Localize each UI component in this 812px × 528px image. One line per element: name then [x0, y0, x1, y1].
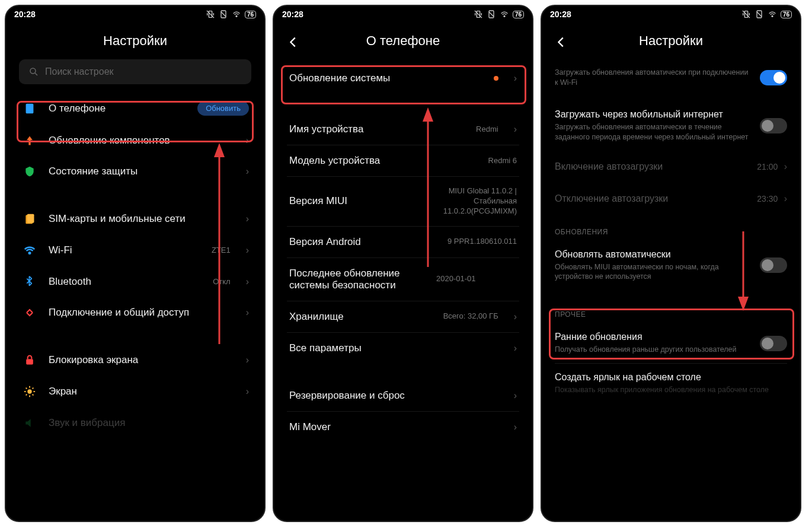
phone-screen-2: 20:28 76 О телефоне Обновление системы ›… [273, 5, 533, 522]
phone-screen-3: 20:28 76 Настройки Загружать обновления … [541, 5, 801, 522]
row-label: Все параметры [289, 342, 498, 354]
wifi-icon [21, 244, 38, 257]
row-label: Обновление системы [289, 72, 483, 84]
row-early-updates[interactable]: Ранние обновления Получать обновления ра… [542, 323, 800, 363]
row-label: Bluetooth [49, 276, 202, 288]
row-subtitle: Обновлять MIUI автоматически по ночам, к… [555, 262, 752, 282]
row-all-specs[interactable]: Все параметры › [274, 333, 532, 364]
row-component-updates[interactable]: Обновление компонентов › [6, 125, 264, 156]
row-label: Wi-Fi [49, 244, 201, 256]
svg-line-21 [26, 395, 27, 396]
status-time: 20:28 [282, 9, 303, 19]
vibrate-icon [206, 9, 215, 19]
chevron-right-icon: › [246, 355, 249, 365]
no-sim-icon [487, 9, 496, 19]
row-security-patch[interactable]: Последнее обновление системы безопасност… [274, 258, 532, 301]
row-auto-update[interactable]: Обновлять автоматически Обновлять MIUI а… [542, 241, 800, 291]
row-mi-mover[interactable]: Mi Mover › [274, 412, 532, 443]
row-security-status[interactable]: Состояние защиты › [6, 156, 264, 187]
svg-line-22 [33, 388, 34, 389]
search-input[interactable]: Поиск настроек [19, 59, 251, 84]
row-storage[interactable]: Хранилище Всего: 32,00 ГБ › [274, 301, 532, 332]
row-device-name[interactable]: Имя устройства Redmi › [274, 114, 532, 145]
bluetooth-icon [21, 276, 38, 288]
svg-line-5 [221, 12, 226, 17]
toggle-switch[interactable] [760, 118, 787, 133]
row-download-wifi[interactable]: Загружать обновления автоматически при п… [542, 59, 800, 96]
row-system-update[interactable]: Обновление системы › [274, 59, 532, 97]
page-title: Настройки [6, 20, 264, 59]
status-bar: 20:28 76 [274, 6, 532, 20]
row-bluetooth[interactable]: Bluetooth Откл › [6, 266, 264, 297]
row-display[interactable]: Экран › [6, 376, 264, 408]
chevron-right-icon: › [246, 386, 249, 397]
back-button[interactable] [287, 36, 300, 52]
row-value: Всего: 32,00 ГБ [443, 311, 498, 322]
status-time: 20:28 [14, 9, 36, 19]
svg-point-7 [30, 68, 36, 74]
row-desktop-shortcut[interactable]: Создать ярлык на рабочем столе Показыват… [542, 364, 800, 403]
row-connection-sharing[interactable]: Подключение и общий доступ › [6, 297, 264, 328]
back-button[interactable] [555, 36, 568, 52]
chevron-right-icon: › [246, 307, 249, 318]
row-label: Звук и вибрация [49, 417, 249, 429]
row-android-version[interactable]: Версия Android 9 PPR1.180610.011 [274, 227, 532, 257]
wifi-icon [232, 9, 241, 19]
row-autoload-off: Отключение автозагрузки 23:30 › [542, 183, 800, 215]
row-device-model[interactable]: Модель устройства Redmi 6 [274, 145, 532, 176]
toggle-switch[interactable] [760, 336, 787, 351]
row-wifi[interactable]: Wi-Fi ZTE1 › [6, 234, 264, 266]
svg-line-20 [33, 395, 34, 396]
chevron-right-icon: › [246, 214, 249, 224]
row-label: Отключение автозагрузки [555, 193, 668, 204]
row-value: 23:30 [757, 194, 778, 203]
no-sim-icon [219, 9, 228, 19]
row-value: ZTE1 [212, 246, 231, 256]
battery-indicator: 76 [513, 11, 524, 18]
svg-line-19 [26, 388, 27, 389]
chevron-right-icon: › [514, 422, 517, 432]
svg-rect-11 [27, 214, 34, 223]
svg-line-3 [207, 11, 214, 18]
brightness-icon [21, 385, 38, 398]
vibrate-icon [474, 9, 483, 19]
row-lock-screen[interactable]: Блокировка экрана › [6, 345, 264, 376]
row-subtitle: Загружать обновления автоматически при п… [555, 68, 752, 88]
toggle-switch[interactable] [760, 257, 787, 273]
chevron-right-icon: › [514, 124, 517, 135]
svg-point-12 [29, 252, 31, 254]
row-miui-version[interactable]: Версия MIUI MIUI Global 11.0.2 | Стабиль… [274, 177, 532, 226]
search-placeholder: Поиск настроек [45, 66, 114, 77]
row-label: Имя устройства [289, 123, 465, 135]
vibrate-icon [741, 9, 751, 19]
wifi-icon [500, 9, 509, 19]
svg-point-38 [772, 15, 773, 17]
row-autoload-on: Включение автозагрузки 21:00 › [542, 151, 800, 183]
svg-rect-13 [26, 359, 33, 364]
update-badge[interactable]: Обновить [197, 101, 249, 116]
row-sound-vibration[interactable]: Звук и вибрация [6, 408, 264, 438]
toggle-switch[interactable] [760, 70, 787, 85]
row-label: Резервирование и сброс [289, 390, 498, 402]
chevron-right-icon: › [514, 390, 517, 401]
chevron-right-icon: › [514, 311, 517, 322]
svg-point-6 [236, 15, 237, 17]
row-download-mobile[interactable]: Загружать через мобильный интернет Загру… [542, 96, 800, 151]
row-value: Redmi [476, 125, 498, 135]
row-sim-cards[interactable]: SIM-карты и мобильные сети › [6, 203, 264, 234]
row-label: Состояние защиты [49, 166, 231, 177]
status-time: 20:28 [550, 9, 571, 19]
notification-dot [494, 76, 498, 81]
settings-list: О телефоне Обновить Обновление компонент… [6, 91, 264, 438]
shield-icon [21, 166, 38, 177]
row-backup-reset[interactable]: Резервирование и сброс › [274, 380, 532, 411]
chevron-right-icon: › [246, 276, 249, 287]
svg-line-8 [35, 73, 37, 75]
row-value: Откл [213, 277, 231, 287]
row-title: Обновлять автоматически [555, 249, 752, 260]
status-bar: 20:28 76 [542, 6, 800, 20]
chevron-right-icon: › [246, 245, 249, 256]
sound-icon [21, 417, 38, 429]
row-about-phone[interactable]: О телефоне Обновить [6, 91, 264, 125]
svg-rect-9 [26, 103, 34, 113]
